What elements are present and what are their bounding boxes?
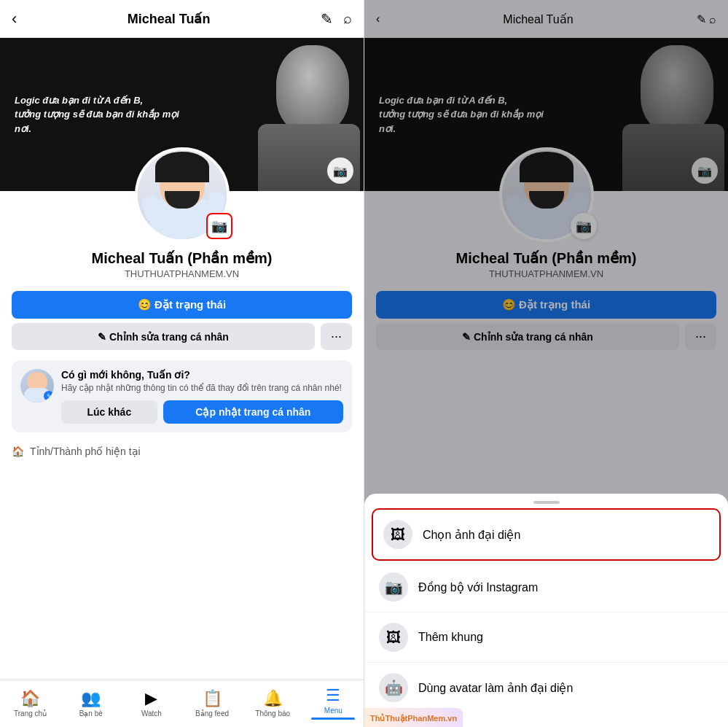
notifications-icon: 🔔 <box>263 689 283 708</box>
left-avatar-area: 📷 <box>0 147 364 242</box>
left-cover-quote: Logic đưa bạn đi từ A đến B, tưởng tượng… <box>15 93 198 136</box>
left-avatar-camera-icon: 📷 <box>211 218 227 234</box>
left-update-desc: Hãy cập nhật những thông tin có thể đã t… <box>61 382 343 394</box>
sheet-item-avatar[interactable]: 🤖 Dùng avatar làm ảnh đại diện <box>364 663 728 712</box>
right-panel: ‹ Micheal Tuấn ✎ ⌕ Logic đưa bạn đi từ A… <box>364 0 728 727</box>
left-update-buttons: Lúc khác Cập nhật trang cá nhân <box>61 400 343 424</box>
nav-item-home[interactable]: 🏠 Trang chủ <box>9 689 52 718</box>
left-panel: ‹ Micheal Tuấn ✎ ⌕ Logic đưa bạn đi từ A… <box>0 0 364 727</box>
home-icon: 🏠 <box>20 689 40 708</box>
choose-photo-icon: 🖼 <box>383 520 412 549</box>
watch-icon: ▶ <box>145 689 157 708</box>
left-update-button[interactable]: Cập nhật trang cá nhân <box>163 400 343 424</box>
sheet-item-choose-photo-inner: 🖼 Chọn ảnh đại diện <box>373 510 719 559</box>
nav-active-indicator <box>311 718 355 720</box>
left-location-row: 🏠 Tỉnh/Thành phố hiện tại <box>0 438 364 464</box>
sheet-item-frame[interactable]: 🖼 Thêm khung <box>364 613 728 663</box>
sheet-item-instagram[interactable]: 📷 Đồng bộ với Instagram <box>364 562 728 613</box>
avatar-label: Dùng avatar làm ảnh đại diện <box>418 681 573 695</box>
nav-label-notifications: Thông báo <box>255 709 290 718</box>
left-more-button[interactable]: ··· <box>321 323 352 350</box>
nav-item-notifications[interactable]: 🔔 Thông báo <box>251 689 294 718</box>
left-update-content: Có gì mới không, Tuấn ơi? Hãy cập nhật n… <box>61 369 343 424</box>
left-profile-name: Micheal Tuấn (Phần mềm) <box>12 249 352 267</box>
nav-item-friends[interactable]: 👥 Bạn bè <box>69 689 113 718</box>
bottom-sheet: 🖼 Chọn ảnh đại diện 📷 Đồng bộ với Instag… <box>364 494 728 727</box>
sheet-item-choose-photo[interactable]: 🖼 Chọn ảnh đại diện <box>372 508 721 561</box>
menu-icon: ☰ <box>326 686 340 705</box>
avatar-icon: 🤖 <box>379 673 408 702</box>
left-avatar-wrapper: 📷 <box>135 147 230 242</box>
left-status-button[interactable]: 😊 Đặt trạng thái <box>12 291 352 319</box>
nav-label-home: Trang chủ <box>14 709 47 718</box>
left-back-button[interactable]: ‹ <box>12 9 17 28</box>
watermark: ThủThuậtPhanMem.vn <box>364 708 463 727</box>
left-profile-info: Micheal Tuấn (Phần mềm) THUTHUATPHANMEM.… <box>0 242 364 285</box>
left-bottom-nav: 🏠 Trang chủ 👥 Bạn bè ▶ Watch 📋 Bảng feed… <box>0 680 364 727</box>
nav-label-friends: Bạn bè <box>79 709 103 718</box>
nav-item-watch[interactable]: ▶ Watch <box>130 689 173 718</box>
sheet-handle <box>533 501 560 504</box>
nav-item-feed[interactable]: 📋 Bảng feed <box>190 689 234 718</box>
left-btn-row: ✎ Chỉnh sửa trang cá nhân ··· <box>12 323 352 350</box>
instagram-label: Đồng bộ với Instagram <box>418 580 538 594</box>
frame-icon: 🖼 <box>379 623 408 652</box>
nav-label-feed: Bảng feed <box>195 709 229 718</box>
left-update-avatar: ✎ <box>20 369 54 403</box>
nav-label-menu: Menu <box>324 707 343 715</box>
frame-label: Thêm khung <box>418 631 483 644</box>
watermark-text: ThủThuậtPhanMem.vn <box>370 714 457 723</box>
left-avatar-camera-button[interactable]: 📷 <box>206 213 232 239</box>
feed-icon: 📋 <box>203 689 222 708</box>
left-location-icon: 🏠 <box>12 446 24 457</box>
left-location-text: Tỉnh/Thành phố hiện tại <box>30 446 141 457</box>
nav-item-menu[interactable]: ☰ Menu <box>311 686 355 720</box>
left-later-button[interactable]: Lúc khác <box>61 400 157 424</box>
choose-photo-label: Chọn ảnh đại diện <box>423 528 520 542</box>
friends-icon: 👥 <box>81 689 101 708</box>
left-edit-profile-button[interactable]: ✎ Chỉnh sửa trang cá nhân <box>12 323 315 350</box>
left-update-card: ✎ Có gì mới không, Tuấn ơi? Hãy cập nhật… <box>12 360 352 432</box>
left-profile-website: THUTHUATPHANMEM.VN <box>12 268 352 279</box>
left-top-nav: ‹ Micheal Tuấn ✎ ⌕ <box>0 0 364 38</box>
left-nav-right-icons: ✎ ⌕ <box>321 10 352 28</box>
left-update-title: Có gì mới không, Tuấn ơi? <box>61 369 343 381</box>
nav-label-watch: Watch <box>141 709 162 718</box>
instagram-icon: 📷 <box>379 572 408 602</box>
left-page-title: Micheal Tuấn <box>128 11 211 27</box>
left-search-icon[interactable]: ⌕ <box>343 10 352 27</box>
left-edit-icon[interactable]: ✎ <box>321 10 333 28</box>
